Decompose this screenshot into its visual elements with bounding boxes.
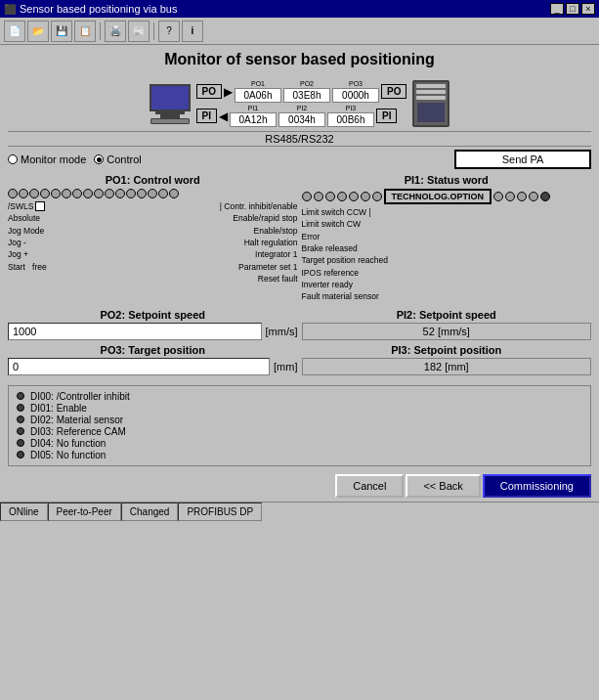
jog-minus-label: Jog - bbox=[8, 237, 47, 248]
po1-header: PO1: Control word bbox=[8, 174, 298, 186]
pi-label-right: PI bbox=[376, 109, 397, 123]
po1-label-top: PO1 bbox=[235, 80, 281, 87]
pi3-value: 182 [mm] bbox=[302, 358, 592, 375]
di02-led bbox=[17, 416, 24, 423]
swls-checkbox[interactable] bbox=[35, 201, 45, 211]
po1-bit-8 bbox=[83, 189, 93, 198]
di-row-3: DI03: Reference CAM bbox=[17, 426, 582, 437]
status-bar: ONline Peer-to-Peer Changed PROFIBUS DP bbox=[0, 502, 599, 521]
mode-row: Monitor mode Control Send PA bbox=[8, 150, 591, 169]
minimize-button[interactable]: _ bbox=[550, 3, 564, 15]
di-row-4: DI04: No function bbox=[17, 438, 582, 449]
monitor-mode-radio[interactable]: Monitor mode bbox=[8, 153, 86, 165]
close-button[interactable]: × bbox=[581, 3, 595, 15]
cancel-button[interactable]: Cancel bbox=[335, 474, 404, 498]
di03-led bbox=[17, 427, 24, 435]
po-label-right: PO bbox=[381, 84, 406, 99]
di01-label: DI01: Enable bbox=[30, 403, 87, 414]
po2-input[interactable] bbox=[8, 323, 262, 340]
pi3-section: PI3: Setpoint position 182 [mm] bbox=[302, 344, 592, 375]
pi1-bit-12 bbox=[540, 192, 550, 201]
halt-regulation-label: Halt regulation bbox=[49, 237, 298, 248]
po-pi-area: PO1: Control word bbox=[8, 172, 591, 303]
di-row-0: DI00: /Controller inhibit bbox=[17, 391, 582, 402]
po1-bit-10 bbox=[105, 189, 114, 198]
pi1-value: 0A12h bbox=[230, 112, 277, 127]
reset-fault-label: Reset fault bbox=[49, 273, 298, 284]
technolog-option-button[interactable]: TECHNOLOG.OPTION bbox=[384, 189, 492, 204]
pi-label-left: PI bbox=[196, 109, 217, 123]
control-mode-circle[interactable] bbox=[94, 154, 104, 164]
po3-header: PO3: Target position bbox=[8, 344, 298, 356]
po-label-left: PO bbox=[196, 84, 222, 99]
pi2-label-top: PI2 bbox=[278, 105, 325, 111]
pi1-bit-9 bbox=[505, 192, 515, 201]
po1-bit-12 bbox=[126, 189, 136, 198]
po3-pi3-row: PO3: Target position [mm] PI3: Setpoint … bbox=[8, 344, 591, 375]
drive-icon bbox=[412, 80, 449, 127]
app-icon: ⬛ bbox=[4, 4, 16, 15]
po1-bit-16 bbox=[169, 189, 179, 198]
pc-icon bbox=[150, 84, 191, 124]
info-button[interactable]: i bbox=[182, 21, 203, 42]
po1-bit-2 bbox=[19, 189, 28, 198]
back-button[interactable]: << Back bbox=[406, 474, 480, 498]
commissioning-button[interactable]: Commissioning bbox=[483, 474, 591, 498]
error-label: Error bbox=[302, 231, 592, 242]
po1-section: PO1: Control word bbox=[8, 172, 298, 303]
pi1-bit-1 bbox=[302, 192, 312, 201]
keyboard bbox=[150, 118, 190, 124]
di05-led bbox=[17, 451, 24, 459]
po1-bit-11 bbox=[115, 189, 125, 198]
po1-bit-7 bbox=[72, 189, 82, 198]
po2-unit: [mm/s] bbox=[266, 326, 298, 337]
di05-label: DI05: No function bbox=[30, 450, 106, 460]
connection-diagram: PO ▶ PO1 0A06h PO2 03E8h PO3 0000h PO bbox=[8, 80, 591, 127]
po1-bit-1 bbox=[8, 189, 18, 198]
new-button[interactable]: 📄 bbox=[4, 21, 25, 42]
monitor-stand bbox=[160, 114, 180, 118]
status-online: ONline bbox=[0, 503, 48, 521]
jog-mode-label: Jog Mode bbox=[8, 225, 47, 237]
pi1-bit-2 bbox=[314, 192, 323, 201]
monitor-display bbox=[150, 84, 191, 111]
drive-stripe-1 bbox=[416, 84, 446, 88]
po1-left-labels: /SWLS Absolute Jog Mode Jog - Jog + Star… bbox=[8, 200, 47, 284]
pi2-value: 0034h bbox=[278, 112, 325, 127]
pi2-section: PI2: Setpoint speed 52 [mm/s] bbox=[302, 309, 592, 340]
contr-inhibit-label: | Contr. inhibit/enable bbox=[49, 200, 298, 212]
param-set1-label: Parameter set 1 bbox=[49, 261, 298, 273]
maximize-button[interactable]: □ bbox=[566, 3, 579, 15]
pi1-bit-3 bbox=[325, 192, 335, 201]
control-mode-radio[interactable]: Control bbox=[94, 153, 141, 165]
pi1-bits-row: TECHNOLOG.OPTION bbox=[302, 187, 592, 206]
po1-right-labels: | Contr. inhibit/enable Enable/rapid sto… bbox=[49, 200, 298, 284]
po3-section: PO3: Target position [mm] bbox=[8, 344, 298, 375]
po2-pi2-row: PO2: Setpoint speed [mm/s] PI2: Setpoint… bbox=[8, 309, 591, 340]
print-button[interactable]: 🖨️ bbox=[105, 21, 126, 42]
pi3-value: 00B6h bbox=[327, 112, 374, 127]
open-button[interactable]: 📂 bbox=[27, 21, 49, 42]
pi1-section: PI1: Status word TECHNOLOG.OPTION bbox=[302, 172, 592, 303]
target-position-label: Target position reached bbox=[302, 254, 592, 266]
pi1-bit-6 bbox=[361, 192, 370, 201]
status-changed: Changed bbox=[121, 503, 179, 521]
di-row-2: DI02: Material sensor bbox=[17, 415, 582, 425]
help-button[interactable]: ? bbox=[158, 21, 180, 42]
po1-bit-5 bbox=[51, 189, 61, 198]
pi1-bit-8 bbox=[493, 192, 503, 201]
di02-label: DI02: Material sensor bbox=[30, 415, 123, 425]
saveas-button[interactable]: 📋 bbox=[74, 21, 96, 42]
send-pa-button[interactable]: Send PA bbox=[454, 150, 591, 169]
drive-stripe-3 bbox=[416, 96, 446, 100]
ipos-reference-label: IPOS reference bbox=[302, 267, 592, 279]
printpreview-button[interactable]: 📰 bbox=[128, 21, 150, 42]
pi1-labels: Limit switch CCW | Limit switch CW Error… bbox=[302, 206, 592, 303]
monitor-mode-circle[interactable] bbox=[8, 154, 18, 164]
po1-bit-15 bbox=[158, 189, 168, 198]
po1-bit-4 bbox=[40, 189, 50, 198]
save-button[interactable]: 💾 bbox=[51, 21, 72, 42]
pi2-header: PI2: Setpoint speed bbox=[302, 309, 592, 321]
po3-input[interactable] bbox=[8, 358, 270, 375]
po3-input-row: [mm] bbox=[8, 358, 298, 375]
